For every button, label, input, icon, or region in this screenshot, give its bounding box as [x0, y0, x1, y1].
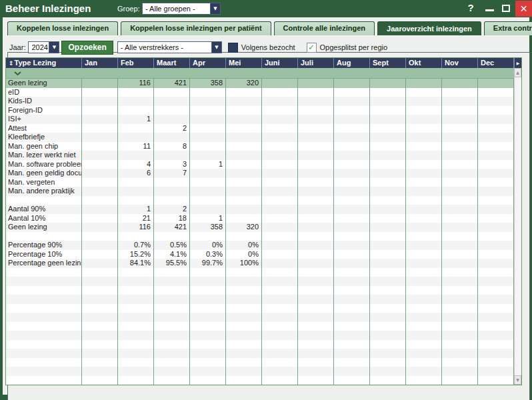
- cell: 0%: [226, 250, 262, 259]
- column-header-juni[interactable]: Juni: [262, 58, 298, 68]
- table-row[interactable]: Kleefbriefje: [6, 133, 521, 142]
- cell: [82, 349, 118, 358]
- table-row[interactable]: [6, 322, 521, 331]
- table-row[interactable]: [6, 277, 521, 286]
- table-row[interactable]: Percentage 10%15.2%4.1%0.3%0%: [6, 250, 521, 259]
- table-row[interactable]: Aantal 10%21181: [6, 214, 521, 223]
- cell: [262, 232, 298, 241]
- opzoeken-button[interactable]: Opzoeken: [61, 41, 113, 55]
- row-label: eID: [6, 88, 82, 97]
- checkbox-volgens-bezocht[interactable]: [228, 43, 238, 53]
- column-header-sept[interactable]: Sept: [370, 58, 406, 68]
- table-row[interactable]: ISI+1: [6, 115, 521, 124]
- table-row[interactable]: [6, 232, 521, 241]
- table-row[interactable]: Kids-ID: [6, 97, 521, 106]
- v-scrollbar-track[interactable]: [514, 68, 521, 385]
- column-header-label: Dec: [481, 59, 494, 67]
- dropdown-arrow-icon[interactable]: ▼: [211, 42, 221, 53]
- table-row[interactable]: [6, 358, 521, 367]
- cell: [154, 151, 190, 160]
- titlebar[interactable]: Beheer Inlezingen Groep: - Alle groepen …: [0, 0, 532, 17]
- tab-controle-alle-inlezingen[interactable]: Controle alle inlezingen: [274, 21, 375, 35]
- table-row[interactable]: [6, 268, 521, 277]
- column-header-maart[interactable]: Maart: [154, 58, 190, 68]
- table-row[interactable]: [6, 331, 521, 340]
- table-row[interactable]: [6, 349, 521, 358]
- table-row[interactable]: [6, 367, 521, 376]
- cell: [190, 349, 226, 358]
- dropdown-arrow-icon[interactable]: ▼: [49, 42, 59, 53]
- cell: [118, 187, 154, 196]
- cell: [190, 187, 226, 196]
- cell: 2: [154, 124, 190, 133]
- cell: [82, 160, 118, 169]
- table-row[interactable]: [6, 313, 521, 322]
- table-row[interactable]: Man. lezer werkt niet: [6, 151, 521, 160]
- column-header-type-lezing[interactable]: ↕Type Lezing: [6, 58, 82, 68]
- close-button[interactable]: ✕: [515, 1, 532, 17]
- column-header-apr[interactable]: Apr: [190, 58, 226, 68]
- column-header-feb[interactable]: Feb: [118, 58, 154, 68]
- tab-extra-controles[interactable]: Extra controles: [484, 21, 532, 35]
- table-row[interactable]: Man. software probleem431: [6, 160, 521, 169]
- minimize-button[interactable]: [483, 2, 497, 15]
- table-row[interactable]: Geen lezing116421358320: [6, 223, 521, 232]
- cell: [154, 376, 190, 385]
- column-header-mei[interactable]: Mei: [226, 58, 262, 68]
- table-row[interactable]: Man. vergeten: [6, 178, 521, 187]
- dropdown-arrow-icon[interactable]: ▼: [210, 3, 220, 14]
- group-select[interactable]: - Alle groepen - ▼: [142, 3, 221, 15]
- scroll-up-button[interactable]: ▲: [514, 68, 521, 77]
- table-row[interactable]: Aantal 90%12: [6, 205, 521, 214]
- maximize-button[interactable]: [499, 2, 513, 15]
- checkbox-opgesplitst-per-regio[interactable]: ✓: [307, 43, 317, 53]
- table-row[interactable]: [6, 376, 521, 385]
- column-header-nov[interactable]: Nov: [442, 58, 478, 68]
- scroll-down-button[interactable]: ▼: [514, 375, 521, 385]
- cell: 421: [154, 223, 190, 232]
- group-row[interactable]: [6, 68, 521, 79]
- cell: [334, 124, 370, 133]
- cell: [334, 295, 370, 304]
- table-row[interactable]: Attest2: [6, 124, 521, 133]
- help-button[interactable]: ?: [464, 1, 477, 15]
- table-row[interactable]: [6, 286, 521, 295]
- provider-select[interactable]: - Alle verstrekkers - ▼: [117, 41, 222, 53]
- tab-jaaroverzicht-inlezingen[interactable]: Jaaroverzicht inlezingen: [377, 21, 481, 35]
- column-header-jan[interactable]: Jan: [82, 58, 118, 68]
- cell: [370, 358, 406, 367]
- v-scrollbar[interactable]: ▶ ▲ ▼: [514, 58, 521, 385]
- row-label: Kids-ID: [6, 97, 82, 106]
- table-row[interactable]: Foreign-ID: [6, 106, 521, 115]
- provider-select-value: - Alle verstrekkers -: [118, 42, 211, 53]
- table-row[interactable]: Percentage 90%0.7%0.5%0%0%: [6, 241, 521, 250]
- cell: [406, 160, 442, 169]
- table-row[interactable]: Man. andere praktijk: [6, 187, 521, 196]
- column-header-dec[interactable]: Dec: [478, 58, 514, 68]
- cell: [298, 124, 334, 133]
- table-row[interactable]: [6, 304, 521, 313]
- cell: [226, 160, 262, 169]
- table-row[interactable]: Man. geen chip118: [6, 142, 521, 151]
- year-select[interactable]: 2024 ▼: [28, 41, 59, 53]
- collapse-chevron-icon[interactable]: [14, 71, 21, 76]
- cell: [406, 205, 442, 214]
- table-row[interactable]: [6, 196, 521, 205]
- table-row[interactable]: [6, 340, 521, 349]
- column-header-juli[interactable]: Juli: [298, 58, 334, 68]
- scroll-right-button[interactable]: ▶: [514, 58, 521, 68]
- table-row[interactable]: eID: [6, 88, 521, 97]
- cell: 421: [154, 79, 190, 88]
- tab-koppelen-losse-inlezingen[interactable]: Koppelen losse inlezingen: [7, 21, 118, 35]
- table-row[interactable]: Geen lezing116421358320: [6, 79, 521, 88]
- cell: [226, 115, 262, 124]
- table-row[interactable]: Man. geen geldig docum67: [6, 169, 521, 178]
- tab-koppelen-losse-inlezingen-per-pati-nt[interactable]: Koppelen losse inlezingen per patiënt: [121, 21, 271, 35]
- cell: [370, 160, 406, 169]
- table-row[interactable]: [6, 295, 521, 304]
- cell: [262, 88, 298, 97]
- column-header-aug[interactable]: Aug: [334, 58, 370, 68]
- table-row[interactable]: Percentage geen lezing84.1%95.5%99.7%100…: [6, 259, 521, 268]
- column-header-okt[interactable]: Okt: [406, 58, 442, 68]
- cell: [262, 214, 298, 223]
